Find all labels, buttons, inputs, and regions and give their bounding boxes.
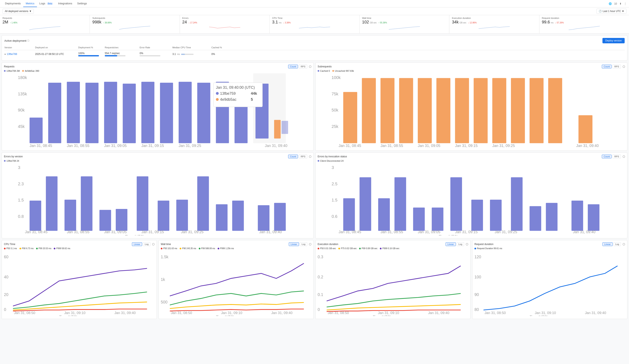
request-duration-svg: 120 100 90 80 Jan 31, 08:50 Jan 31, 09:1… bbox=[474, 251, 625, 316]
req-expand-icon[interactable]: ⬡ bbox=[623, 243, 625, 246]
stat-requests: Requests 2M ↑ 1.46% bbox=[0, 15, 90, 33]
exec-log-button[interactable]: Log bbox=[457, 242, 464, 246]
req-log-button[interactable]: Log bbox=[614, 242, 621, 246]
errors-version-count-button[interactable]: Count bbox=[288, 155, 298, 158]
svg-text:Jan 31, 09:05: Jan 31, 09:05 bbox=[104, 230, 127, 234]
errors-version-rps-button[interactable]: RPS bbox=[299, 155, 307, 158]
subrequests-expand-icon[interactable]: ⬡ bbox=[623, 65, 625, 68]
cpu-time-panel: CPU Time Linear Log ⬡ P50 3.1 ms P90 6.7… bbox=[2, 240, 157, 319]
request-duration-panel: Request duration Linear Log ⬡ Request Du… bbox=[472, 240, 627, 319]
stat-requests-value: 2M bbox=[2, 20, 8, 24]
top-charts-grid: Requests Count RPS ⬡ 13fbe708 2M 4e9db5a… bbox=[2, 62, 627, 151]
exec-expand-icon[interactable]: ⬡ bbox=[466, 243, 468, 246]
requests-legend: 13fbe708 2M 4e9db5ac 390 bbox=[4, 70, 312, 72]
execution-duration-panel: Execution duration Linear Log ⬡ P50 0.01… bbox=[315, 240, 471, 319]
nav-integrations[interactable]: Integrations bbox=[56, 0, 75, 7]
svg-rect-66 bbox=[81, 176, 93, 231]
version-selector[interactable]: All deployed versions ▼ bbox=[2, 9, 34, 14]
errors-status-count-button[interactable]: Count bbox=[602, 155, 612, 158]
nav-logs[interactable]: Logs Beta bbox=[37, 0, 56, 7]
svg-rect-13 bbox=[197, 83, 210, 143]
stat-cpu: CPU Time 3.1 ms ↓ 3.38% bbox=[270, 15, 359, 33]
stat-errors-label: Errors bbox=[182, 17, 267, 19]
svg-text:Time (UTC): Time (UTC) bbox=[373, 315, 391, 316]
cpu-legend: P50 3.1 ms P90 6.73 ms P99 20.53 ms P999… bbox=[4, 247, 155, 249]
export-icon[interactable]: ⬆ bbox=[620, 2, 622, 5]
svg-text:Jan 31, 09:40: Jan 31, 09:40 bbox=[573, 230, 595, 234]
wall-linear-button[interactable]: Linear bbox=[289, 242, 299, 246]
exec-sparkline bbox=[452, 25, 536, 31]
svg-rect-39 bbox=[343, 92, 357, 143]
subrequests-chart-controls: Count RPS ⬡ bbox=[602, 65, 625, 68]
wall-log-button[interactable]: Log bbox=[300, 242, 307, 246]
svg-rect-11 bbox=[160, 83, 173, 143]
svg-text:Jan 31, 09:25: Jan 31, 09:25 bbox=[492, 144, 515, 148]
svg-text:Jan 31, 08:45: Jan 31, 08:45 bbox=[25, 230, 47, 234]
svg-rect-68 bbox=[116, 209, 127, 231]
svg-text:1.5: 1.5 bbox=[18, 198, 24, 202]
row-version[interactable]: ●13fbe788 bbox=[4, 53, 33, 56]
svg-rect-100 bbox=[572, 201, 583, 231]
exec-p75: P75 0.02 GB-sec bbox=[338, 247, 357, 249]
legend-dot-4e9db5ac bbox=[22, 70, 24, 72]
requests-chart-panel: Requests Count RPS ⬡ 13fbe708 2M 4e9db5a… bbox=[2, 62, 314, 151]
nav-settings[interactable]: Settings bbox=[75, 0, 89, 7]
errors-status-controls: Count RPS ⬡ bbox=[602, 155, 625, 158]
cpu-p99: P99 20.53 ms bbox=[36, 247, 51, 249]
svg-text:Jan 31, 09:10: Jan 31, 09:10 bbox=[378, 311, 399, 315]
more-menu-icon[interactable]: ⋮ bbox=[624, 2, 627, 5]
wall-legend: P50 101.63 ms P90 243.35 ms P99 588.08 m… bbox=[161, 247, 312, 249]
wall-time-controls: Linear Log ⬡ bbox=[289, 242, 312, 246]
errors-version-legend: 13fbe708 24 bbox=[4, 160, 312, 162]
cpu-log-button[interactable]: Log bbox=[143, 242, 151, 246]
subrequests-rps-button[interactable]: RPS bbox=[613, 65, 621, 68]
svg-rect-51 bbox=[578, 115, 592, 143]
req-linear-button[interactable]: Linear bbox=[603, 242, 613, 246]
deploy-version-button[interactable]: Deploy version bbox=[603, 38, 625, 43]
svg-rect-4 bbox=[30, 118, 43, 143]
svg-rect-95 bbox=[471, 200, 483, 231]
errors-status-rps-button[interactable]: RPS bbox=[613, 155, 621, 158]
svg-text:0: 0 bbox=[317, 307, 320, 312]
cpu-time-controls: Linear Log ⬡ bbox=[132, 242, 155, 246]
svg-text:Jan 31, 09:40: Jan 31, 09:40 bbox=[259, 230, 282, 234]
cpu-p50: P50 3.1 ms bbox=[4, 247, 17, 249]
requests-count-button[interactable]: Count bbox=[288, 65, 298, 68]
subrequests-legend: Cached 0 Uncached 997.83k bbox=[317, 70, 625, 72]
col-requests-sec: Requests/sec bbox=[105, 46, 138, 49]
errors-status-expand-icon[interactable]: ⬡ bbox=[623, 155, 625, 158]
svg-text:44k: 44k bbox=[251, 91, 257, 96]
svg-rect-49 bbox=[530, 78, 544, 143]
nav-metrics[interactable]: Metrics bbox=[23, 0, 37, 7]
stat-cpu-unit: ms bbox=[279, 21, 282, 24]
stat-exec-unit: GB-sec bbox=[460, 21, 466, 24]
svg-text:Jan 31, 08:45: Jan 31, 08:45 bbox=[338, 144, 361, 148]
svg-text:0.6: 0.6 bbox=[331, 214, 337, 219]
cpu-linear-button[interactable]: Linear bbox=[132, 242, 142, 246]
requests-sparkline bbox=[2, 25, 87, 31]
stat-wall-change: ↑ 55.38% bbox=[378, 21, 387, 24]
svg-text:Jan 31, 08:45: Jan 31, 08:45 bbox=[30, 144, 52, 148]
svg-text:Jan 31, 09:25: Jan 31, 09:25 bbox=[494, 230, 517, 234]
navigation: Deployments Metrics Logs Beta Integratio… bbox=[0, 0, 629, 7]
requests-expand-icon[interactable]: ⬡ bbox=[309, 65, 312, 68]
requests-rps-button[interactable]: RPS bbox=[299, 65, 307, 68]
col-median-cpu: Median CPU Time bbox=[172, 46, 210, 49]
subrequests-count-button[interactable]: Count bbox=[602, 65, 612, 68]
stat-subrequests-value: 998k bbox=[92, 20, 101, 24]
svg-text:Jan 31, 08:55: Jan 31, 08:55 bbox=[67, 144, 89, 148]
svg-rect-48 bbox=[511, 78, 525, 143]
wall-expand-icon[interactable]: ⬡ bbox=[309, 243, 312, 246]
req-duration-legend: Request Duration 99.61 ms bbox=[474, 247, 625, 249]
svg-text:Jan 31, 09:40: Jan 31, 09:40 bbox=[576, 144, 599, 148]
errors-version-expand-icon[interactable]: ⬡ bbox=[309, 155, 312, 158]
stat-errors-change: ↓ 17.24% bbox=[189, 21, 197, 24]
exec-linear-button[interactable]: Linear bbox=[446, 242, 456, 246]
col-deployment-pct: Deployment % bbox=[78, 46, 103, 49]
cpu-p90: P90 6.73 ms bbox=[19, 247, 34, 249]
time-selector[interactable]: 🕐 Last 1 hour UTC ▼ bbox=[597, 9, 627, 14]
cpu-expand-icon[interactable]: ⬡ bbox=[152, 243, 155, 246]
nav-deployments[interactable]: Deployments bbox=[2, 0, 23, 7]
info-icon[interactable]: ⓘ bbox=[27, 39, 29, 42]
svg-rect-93 bbox=[432, 208, 443, 231]
